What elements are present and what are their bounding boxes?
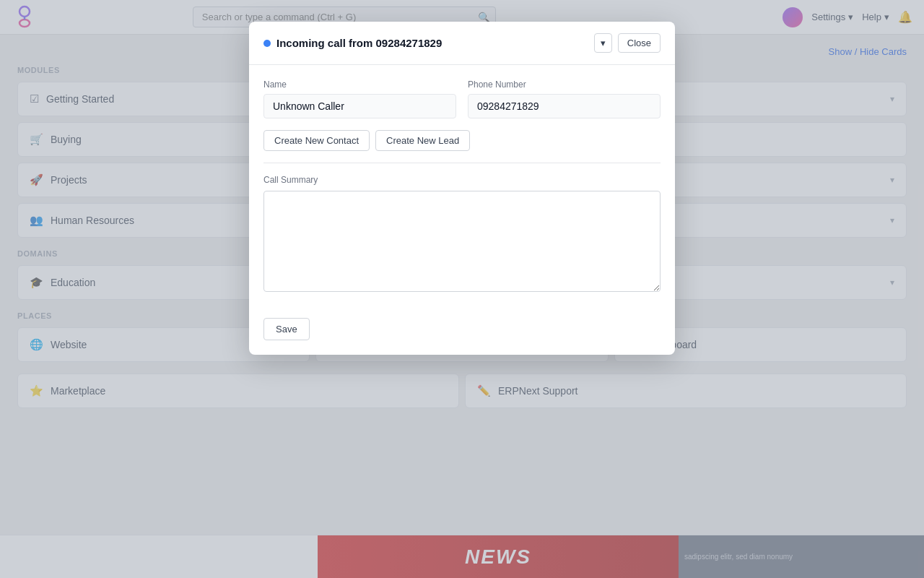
modal-header-actions: ▾ Close [594, 33, 661, 53]
modal-divider [263, 163, 661, 163]
save-button[interactable]: Save [263, 318, 310, 340]
phone-input[interactable] [468, 94, 661, 118]
call-indicator-dot [263, 40, 271, 47]
phone-field-group: Phone Number [468, 79, 661, 118]
create-lead-button[interactable]: Create New Lead [375, 130, 470, 151]
phone-label: Phone Number [468, 79, 661, 90]
incoming-call-modal: Incoming call from 09284271829 ▾ Close N… [249, 22, 675, 355]
name-input[interactable] [263, 94, 456, 118]
modal-overlay: Incoming call from 09284271829 ▾ Close N… [0, 0, 924, 578]
name-label: Name [263, 79, 456, 90]
create-contact-button[interactable]: Create New Contact [263, 130, 370, 151]
modal-close-button[interactable]: Close [618, 33, 661, 53]
modal-fields: Name Phone Number [263, 79, 661, 118]
modal-body: Name Phone Number Create New Contact Cre… [249, 65, 675, 309]
modal-actions: Create New Contact Create New Lead [263, 130, 661, 151]
modal-header: Incoming call from 09284271829 ▾ Close [249, 22, 675, 65]
modal-dropdown-button[interactable]: ▾ [594, 33, 612, 53]
call-summary-label: Call Summary [263, 175, 661, 185]
modal-footer: Save [249, 309, 675, 355]
call-summary-input[interactable] [263, 191, 661, 292]
modal-title: Incoming call from 09284271829 [263, 37, 442, 49]
name-field-group: Name [263, 79, 456, 118]
call-summary-section: Call Summary [263, 175, 661, 295]
